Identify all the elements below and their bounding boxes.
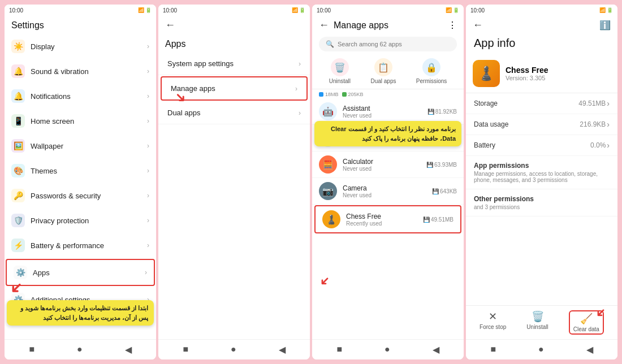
- free-color: [342, 92, 347, 97]
- apps-label: Apps: [33, 268, 139, 277]
- nav-triangle-1[interactable]: ◀: [120, 343, 136, 356]
- battery-icon: ⚡: [11, 239, 25, 252]
- app-item-chess[interactable]: ♟️ Chess Free Recently used 💾 49.51MB: [314, 205, 461, 233]
- assistant-name: Assistant: [343, 105, 422, 112]
- nav-circle-3[interactable]: ●: [380, 343, 395, 356]
- themes-icon: 🎨: [11, 164, 25, 177]
- action-row: 🗑️ Uninstall 📋 Dual apps 🔒 Permissions: [312, 54, 464, 89]
- assistant-size: 💾 81.92KB: [427, 109, 457, 115]
- back-arrow-3[interactable]: ←: [319, 19, 329, 31]
- settings-item-apps[interactable]: ⚙️ Apps ›: [6, 259, 155, 286]
- nav-square-4[interactable]: ■: [486, 343, 500, 356]
- storage-bar-used: 18MB: [319, 92, 339, 97]
- data-usage-label: Data usage: [474, 120, 508, 128]
- camera-icon: 📷: [319, 182, 337, 200]
- notifications-icon: 🔔: [11, 89, 25, 103]
- force-stop-label: Force stop: [480, 324, 506, 330]
- homescreen-icon: 📱: [11, 114, 25, 128]
- info-icon[interactable]: ℹ️: [599, 20, 611, 31]
- app-permissions-sub: Manage permissions, access to location, …: [474, 171, 610, 183]
- app-info-text: Chess Free Version: 3.305: [506, 66, 548, 81]
- screen-app-info: 10:00 📶 🔋 ← ℹ️ App info ♟️ Chess Free Ve…: [466, 5, 617, 359]
- screen-manage-apps: 10:00 📶 🔋 ← Manage apps ⋮ 🔍 🗑️ Uninstall…: [312, 5, 464, 359]
- permissions-icon: 🔒: [422, 58, 440, 76]
- other-permissions-sub: and 3 permissions: [474, 204, 610, 210]
- settings-item-sound[interactable]: 🔔 Sound & vibration ›: [5, 59, 156, 84]
- settings-title: Settings: [5, 16, 156, 34]
- permissions-btn[interactable]: 🔒 Permissions: [416, 58, 447, 84]
- apps-item-dual[interactable]: Dual apps ›: [158, 102, 310, 124]
- force-stop-action[interactable]: ✕ Force stop: [480, 310, 506, 335]
- app-info-nav: ← ℹ️: [466, 16, 617, 34]
- nav-circle-1[interactable]: ●: [72, 343, 87, 356]
- search-input[interactable]: [338, 41, 450, 47]
- settings-item-notifications[interactable]: 🔔 Notifications ›: [5, 84, 156, 109]
- more-icon[interactable]: ⋮: [448, 20, 457, 31]
- bottom-nav-1: ■ ● ◀: [5, 339, 156, 359]
- data-usage-value: 216.9KB ›: [580, 120, 610, 129]
- settings-item-themes[interactable]: 🎨 Themes ›: [5, 158, 156, 183]
- time-4: 10:00: [470, 7, 485, 14]
- other-permissions-section[interactable]: Other permissions and 3 permissions: [466, 189, 617, 216]
- apps-title: Apps: [158, 34, 310, 53]
- nav-triangle-2[interactable]: ◀: [274, 343, 290, 356]
- sound-icon: 🔔: [11, 64, 25, 78]
- used-color: [319, 92, 323, 97]
- nav-circle-4[interactable]: ●: [534, 343, 548, 356]
- free-label: 205KB: [348, 92, 364, 97]
- battery-row-value: 0.0% ›: [590, 141, 610, 150]
- manage-apps-nav: ← Manage apps ⋮: [312, 16, 464, 34]
- settings-item-privacy[interactable]: 🛡️ Privacy protection ›: [5, 208, 156, 233]
- storage-row: Storage 49.51MB ›: [466, 93, 617, 114]
- back-arrow-4[interactable]: ←: [473, 19, 483, 31]
- status-icons-1: 📶 🔋: [138, 7, 152, 13]
- dual-apps-label: Dual apps: [370, 78, 396, 84]
- uninstall-action-label: Uninstall: [526, 324, 548, 330]
- time-2: 10:00: [163, 7, 177, 14]
- uninstall-action[interactable]: 🗑️ Uninstall: [526, 310, 548, 335]
- app-info-title: App info: [466, 34, 617, 54]
- force-stop-icon: ✕: [489, 310, 497, 323]
- nav-triangle-3[interactable]: ◀: [428, 343, 444, 356]
- status-bar-3: 10:00 📶 🔋: [312, 5, 464, 16]
- settings-item-display[interactable]: ☀️ Display ›: [5, 34, 156, 59]
- status-bar-1: 10:00 📶 🔋: [5, 5, 156, 16]
- chess-info: Chess Free Recently used: [346, 213, 417, 227]
- chess-usage: Recently used: [346, 220, 417, 227]
- settings-item-passwords[interactable]: 🔑 Passwords & security ›: [5, 183, 156, 208]
- search-bar[interactable]: 🔍: [319, 37, 457, 51]
- sound-label: Sound & vibration: [31, 67, 141, 76]
- camera-name: Camera: [343, 184, 426, 192]
- homescreen-label: Home screen: [31, 117, 141, 125]
- status-icons-3: 📶 🔋: [446, 7, 459, 13]
- nav-square-1[interactable]: ■: [24, 343, 39, 356]
- app-item-calculator[interactable]: 🧮 Calculator Never used 💾 63.93MB: [312, 151, 464, 178]
- nav-circle-2[interactable]: ●: [226, 343, 241, 356]
- battery-row: Battery 0.0% ›: [466, 135, 617, 156]
- uninstall-btn[interactable]: 🗑️ Uninstall: [329, 58, 351, 84]
- settings-item-homescreen[interactable]: 📱 Home screen ›: [5, 109, 156, 133]
- app-item-camera[interactable]: 📷 Camera Never used 💾 643KB: [312, 178, 464, 205]
- nav-triangle-4[interactable]: ◀: [582, 343, 598, 356]
- uninstall-label: Uninstall: [329, 78, 351, 84]
- back-arrow-2[interactable]: ←: [165, 19, 175, 31]
- apps-item-system[interactable]: System app settings ›: [158, 53, 310, 75]
- settings-item-wallpaper[interactable]: 🖼️ Wallpaper ›: [5, 133, 156, 158]
- nav-square-3[interactable]: ■: [332, 343, 347, 356]
- themes-label: Themes: [31, 167, 141, 175]
- wallpaper-icon: 🖼️: [11, 139, 25, 153]
- chess-app-name: Chess Free: [506, 66, 548, 75]
- calculator-name: Calculator: [343, 158, 421, 166]
- app-permissions-section[interactable]: App permissions Manage permissions, acce…: [466, 156, 617, 189]
- settings-item-battery[interactable]: ⚡ Battery & performance ›: [5, 233, 156, 258]
- status-bar-4: 10:00 📶 🔋: [466, 5, 617, 16]
- calculator-info: Calculator Never used: [343, 158, 421, 172]
- assistant-usage: Never used: [343, 112, 422, 119]
- dual-apps-btn[interactable]: 📋 Dual apps: [370, 58, 396, 84]
- storage-value: 49.51MB ›: [578, 99, 610, 108]
- status-bar-2: 10:00 📶 🔋: [158, 5, 310, 16]
- battery-row-label: Battery: [474, 141, 495, 149]
- privacy-icon: 🛡️: [11, 214, 25, 227]
- storage-bar-row: 18MB 205KB: [312, 89, 464, 98]
- nav-square-2[interactable]: ■: [178, 343, 193, 356]
